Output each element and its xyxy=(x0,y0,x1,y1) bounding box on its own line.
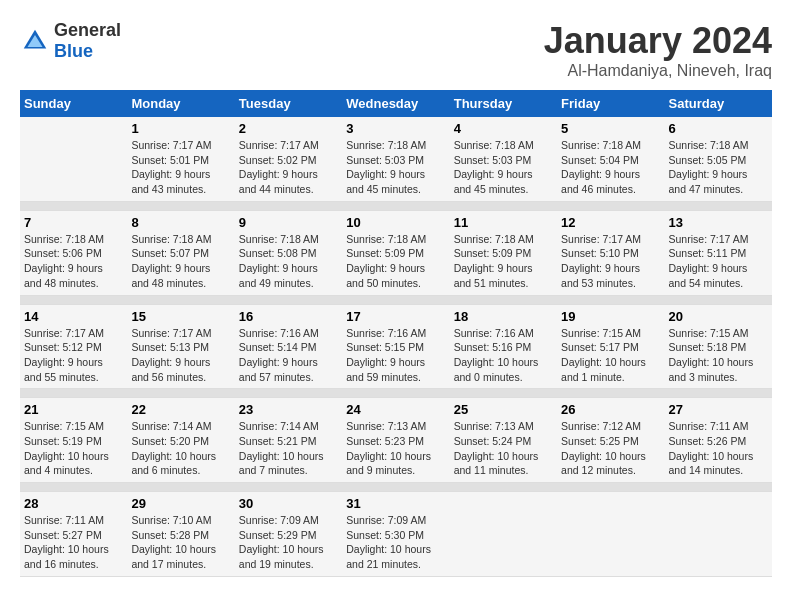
day-number: 16 xyxy=(239,309,338,324)
calendar-cell: 31Sunrise: 7:09 AM Sunset: 5:30 PM Dayli… xyxy=(342,492,449,577)
calendar-cell: 12Sunrise: 7:17 AM Sunset: 5:10 PM Dayli… xyxy=(557,210,664,295)
calendar-cell: 30Sunrise: 7:09 AM Sunset: 5:29 PM Dayli… xyxy=(235,492,342,577)
week-row-1: 1Sunrise: 7:17 AM Sunset: 5:01 PM Daylig… xyxy=(20,117,772,201)
day-info: Sunrise: 7:11 AM Sunset: 5:27 PM Dayligh… xyxy=(24,513,123,572)
week-separator xyxy=(20,483,772,492)
week-separator xyxy=(20,201,772,210)
day-info: Sunrise: 7:17 AM Sunset: 5:01 PM Dayligh… xyxy=(131,138,230,197)
calendar-cell: 2Sunrise: 7:17 AM Sunset: 5:02 PM Daylig… xyxy=(235,117,342,201)
day-number: 17 xyxy=(346,309,445,324)
calendar-cell: 24Sunrise: 7:13 AM Sunset: 5:23 PM Dayli… xyxy=(342,398,449,483)
calendar-cell: 18Sunrise: 7:16 AM Sunset: 5:16 PM Dayli… xyxy=(450,304,557,389)
day-number: 4 xyxy=(454,121,553,136)
calendar-cell: 8Sunrise: 7:18 AM Sunset: 5:07 PM Daylig… xyxy=(127,210,234,295)
day-number: 6 xyxy=(669,121,768,136)
day-info: Sunrise: 7:11 AM Sunset: 5:26 PM Dayligh… xyxy=(669,419,768,478)
day-number: 3 xyxy=(346,121,445,136)
day-number: 31 xyxy=(346,496,445,511)
day-number: 7 xyxy=(24,215,123,230)
day-number: 21 xyxy=(24,402,123,417)
location-title: Al-Hamdaniya, Nineveh, Iraq xyxy=(544,62,772,80)
week-separator xyxy=(20,389,772,398)
day-number: 10 xyxy=(346,215,445,230)
day-number: 2 xyxy=(239,121,338,136)
calendar-cell: 6Sunrise: 7:18 AM Sunset: 5:05 PM Daylig… xyxy=(665,117,772,201)
day-number: 22 xyxy=(131,402,230,417)
day-number: 28 xyxy=(24,496,123,511)
calendar-cell: 26Sunrise: 7:12 AM Sunset: 5:25 PM Dayli… xyxy=(557,398,664,483)
week-row-3: 14Sunrise: 7:17 AM Sunset: 5:12 PM Dayli… xyxy=(20,304,772,389)
day-info: Sunrise: 7:14 AM Sunset: 5:20 PM Dayligh… xyxy=(131,419,230,478)
week-separator xyxy=(20,295,772,304)
day-info: Sunrise: 7:14 AM Sunset: 5:21 PM Dayligh… xyxy=(239,419,338,478)
calendar-cell: 17Sunrise: 7:16 AM Sunset: 5:15 PM Dayli… xyxy=(342,304,449,389)
week-row-4: 21Sunrise: 7:15 AM Sunset: 5:19 PM Dayli… xyxy=(20,398,772,483)
day-info: Sunrise: 7:16 AM Sunset: 5:16 PM Dayligh… xyxy=(454,326,553,385)
day-number: 13 xyxy=(669,215,768,230)
month-title: January 2024 xyxy=(544,20,772,62)
day-info: Sunrise: 7:15 AM Sunset: 5:19 PM Dayligh… xyxy=(24,419,123,478)
calendar-cell xyxy=(450,492,557,577)
calendar-cell: 15Sunrise: 7:17 AM Sunset: 5:13 PM Dayli… xyxy=(127,304,234,389)
calendar-cell xyxy=(20,117,127,201)
day-number: 18 xyxy=(454,309,553,324)
day-info: Sunrise: 7:17 AM Sunset: 5:02 PM Dayligh… xyxy=(239,138,338,197)
day-info: Sunrise: 7:18 AM Sunset: 5:09 PM Dayligh… xyxy=(346,232,445,291)
title-section: January 2024 Al-Hamdaniya, Nineveh, Iraq xyxy=(544,20,772,80)
day-number: 14 xyxy=(24,309,123,324)
day-info: Sunrise: 7:17 AM Sunset: 5:12 PM Dayligh… xyxy=(24,326,123,385)
day-info: Sunrise: 7:16 AM Sunset: 5:14 PM Dayligh… xyxy=(239,326,338,385)
logo-icon xyxy=(20,26,50,56)
logo-general-text: General xyxy=(54,20,121,40)
day-info: Sunrise: 7:17 AM Sunset: 5:10 PM Dayligh… xyxy=(561,232,660,291)
day-info: Sunrise: 7:18 AM Sunset: 5:09 PM Dayligh… xyxy=(454,232,553,291)
days-header-row: SundayMondayTuesdayWednesdayThursdayFrid… xyxy=(20,90,772,117)
day-number: 30 xyxy=(239,496,338,511)
calendar-cell xyxy=(665,492,772,577)
calendar-cell: 14Sunrise: 7:17 AM Sunset: 5:12 PM Dayli… xyxy=(20,304,127,389)
day-info: Sunrise: 7:18 AM Sunset: 5:08 PM Dayligh… xyxy=(239,232,338,291)
calendar-cell: 11Sunrise: 7:18 AM Sunset: 5:09 PM Dayli… xyxy=(450,210,557,295)
day-number: 5 xyxy=(561,121,660,136)
day-info: Sunrise: 7:16 AM Sunset: 5:15 PM Dayligh… xyxy=(346,326,445,385)
day-info: Sunrise: 7:09 AM Sunset: 5:30 PM Dayligh… xyxy=(346,513,445,572)
day-header-sunday: Sunday xyxy=(20,90,127,117)
day-header-friday: Friday xyxy=(557,90,664,117)
day-number: 19 xyxy=(561,309,660,324)
calendar-cell: 5Sunrise: 7:18 AM Sunset: 5:04 PM Daylig… xyxy=(557,117,664,201)
day-info: Sunrise: 7:13 AM Sunset: 5:24 PM Dayligh… xyxy=(454,419,553,478)
day-number: 9 xyxy=(239,215,338,230)
calendar-cell: 16Sunrise: 7:16 AM Sunset: 5:14 PM Dayli… xyxy=(235,304,342,389)
day-number: 1 xyxy=(131,121,230,136)
day-number: 23 xyxy=(239,402,338,417)
day-info: Sunrise: 7:13 AM Sunset: 5:23 PM Dayligh… xyxy=(346,419,445,478)
day-info: Sunrise: 7:12 AM Sunset: 5:25 PM Dayligh… xyxy=(561,419,660,478)
calendar-cell: 3Sunrise: 7:18 AM Sunset: 5:03 PM Daylig… xyxy=(342,117,449,201)
week-row-2: 7Sunrise: 7:18 AM Sunset: 5:06 PM Daylig… xyxy=(20,210,772,295)
calendar-cell: 10Sunrise: 7:18 AM Sunset: 5:09 PM Dayli… xyxy=(342,210,449,295)
day-header-wednesday: Wednesday xyxy=(342,90,449,117)
day-info: Sunrise: 7:18 AM Sunset: 5:07 PM Dayligh… xyxy=(131,232,230,291)
day-info: Sunrise: 7:18 AM Sunset: 5:03 PM Dayligh… xyxy=(346,138,445,197)
day-info: Sunrise: 7:17 AM Sunset: 5:13 PM Dayligh… xyxy=(131,326,230,385)
day-number: 12 xyxy=(561,215,660,230)
day-number: 29 xyxy=(131,496,230,511)
day-number: 26 xyxy=(561,402,660,417)
logo: General Blue xyxy=(20,20,121,62)
day-info: Sunrise: 7:09 AM Sunset: 5:29 PM Dayligh… xyxy=(239,513,338,572)
day-info: Sunrise: 7:18 AM Sunset: 5:05 PM Dayligh… xyxy=(669,138,768,197)
day-header-thursday: Thursday xyxy=(450,90,557,117)
day-info: Sunrise: 7:18 AM Sunset: 5:06 PM Dayligh… xyxy=(24,232,123,291)
day-header-monday: Monday xyxy=(127,90,234,117)
logo-blue-text: Blue xyxy=(54,41,93,61)
calendar-cell: 20Sunrise: 7:15 AM Sunset: 5:18 PM Dayli… xyxy=(665,304,772,389)
calendar-cell: 9Sunrise: 7:18 AM Sunset: 5:08 PM Daylig… xyxy=(235,210,342,295)
calendar-cell: 13Sunrise: 7:17 AM Sunset: 5:11 PM Dayli… xyxy=(665,210,772,295)
day-info: Sunrise: 7:18 AM Sunset: 5:04 PM Dayligh… xyxy=(561,138,660,197)
day-info: Sunrise: 7:15 AM Sunset: 5:17 PM Dayligh… xyxy=(561,326,660,385)
calendar-cell: 25Sunrise: 7:13 AM Sunset: 5:24 PM Dayli… xyxy=(450,398,557,483)
calendar-table: SundayMondayTuesdayWednesdayThursdayFrid… xyxy=(20,90,772,577)
week-row-5: 28Sunrise: 7:11 AM Sunset: 5:27 PM Dayli… xyxy=(20,492,772,577)
calendar-cell: 1Sunrise: 7:17 AM Sunset: 5:01 PM Daylig… xyxy=(127,117,234,201)
day-number: 20 xyxy=(669,309,768,324)
